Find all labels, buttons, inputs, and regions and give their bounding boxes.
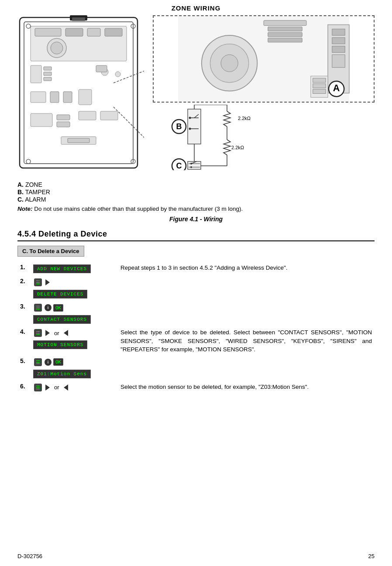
svg-rect-46 [332, 46, 345, 53]
svg-rect-25 [79, 111, 96, 120]
svg-text:☰: ☰ [36, 305, 40, 311]
svg-rect-19 [50, 92, 59, 103]
arrow-left-icon-2 [64, 384, 68, 391]
step-4-num: 4. [17, 326, 31, 356]
arrow-right-icon-3 [45, 384, 50, 391]
info-icon: i [45, 304, 52, 311]
legend: A. ZONE B. TAMPER C. ALARM [17, 181, 375, 203]
step-1-num: 1. [17, 262, 31, 276]
ok-badge: OK [53, 304, 63, 312]
svg-point-59 [189, 128, 191, 130]
step-3-num: 3. [17, 301, 31, 326]
svg-rect-14 [44, 77, 52, 81]
svg-rect-11 [31, 65, 41, 83]
step-2: 2. ☰ DELETE DEVICES [17, 276, 375, 301]
svg-rect-47 [332, 55, 345, 67]
legend-b-label: B. [17, 189, 24, 196]
arrow-right-icon [45, 279, 50, 285]
procedure-box: C. To Delete a Device [17, 246, 84, 257]
step-1: 1. ADD NEW DEVICES Repeat steps 1 to 3 i… [17, 262, 375, 276]
svg-text:2.2kΩ: 2.2kΩ [231, 145, 244, 150]
svg-text:☰: ☰ [36, 360, 40, 365]
svg-rect-8 [105, 28, 122, 36]
svg-text:2.2kΩ: 2.2kΩ [238, 116, 251, 121]
svg-rect-17 [96, 65, 107, 72]
circuit-svg: B 2.2kΩ 2.2kΩ [170, 105, 301, 170]
step-3: 3. ☰ i OK CONTACT SENSORS [17, 301, 375, 326]
legend-a-text: ZONE [25, 181, 42, 188]
scroll-icon-3: ☰ [33, 328, 43, 338]
svg-rect-26 [100, 111, 118, 120]
footer-left: D-302756 [17, 553, 42, 559]
circuit-diagram: B 2.2kΩ 2.2kΩ [170, 105, 323, 172]
info-icon-2: i [45, 359, 52, 366]
legend-b-text: TAMPER [25, 189, 50, 196]
svg-rect-38 [268, 32, 302, 37]
step-6-left: ☰ or [31, 381, 118, 396]
zoom-box: A [153, 15, 375, 103]
step-5-right [118, 356, 375, 381]
arrow-right-icon-2 [45, 330, 50, 336]
svg-point-16 [115, 72, 120, 77]
step-3-left: ☰ i OK CONTACT SENSORS [31, 301, 118, 326]
detail-diagram: A B [148, 15, 375, 177]
svg-rect-50 [313, 84, 326, 88]
step-1-lcd: ADD NEW DEVICES [33, 264, 91, 273]
svg-text:☰: ☰ [36, 330, 40, 336]
step-5-lcd: Z01:Motion Sens [33, 370, 91, 378]
svg-point-58 [189, 117, 191, 119]
step-2-lcd: DELETE DEVICES [33, 290, 87, 298]
step-4-right: Select the type of device to be deleted.… [118, 326, 375, 356]
svg-rect-5 [35, 28, 61, 36]
step-6-right: Select the motion sensor to be deleted, … [118, 381, 375, 396]
section-heading: 4.5.4 Deleting a Device [17, 230, 375, 241]
step-5: 5. ☰ i OK Z01:Motion Sens [17, 356, 375, 381]
page-footer: D-302756 25 [17, 553, 375, 559]
svg-rect-6 [65, 28, 83, 36]
svg-rect-22 [31, 113, 52, 127]
svg-point-42 [221, 55, 238, 72]
step-6: 6. ☰ or Select the motion sensor to be d… [17, 381, 375, 396]
scroll-icon: ☰ [33, 278, 43, 287]
step-1-left: ADD NEW DEVICES [31, 262, 118, 276]
svg-point-78 [190, 166, 192, 168]
scroll-icon-2: ☰ [33, 303, 43, 312]
zoom-svg: A [154, 16, 374, 102]
svg-rect-21 [79, 89, 92, 105]
svg-rect-49 [313, 78, 326, 82]
svg-rect-3 [72, 17, 85, 21]
step-6-num: 6. [17, 381, 31, 396]
step-1-right: Repeat steps 1 to 3 in section 4.5.2 "Ad… [118, 262, 375, 276]
svg-rect-18 [31, 92, 46, 103]
svg-text:B: B [176, 122, 182, 131]
scroll-icon-5: ☰ [33, 383, 43, 392]
note-prefix: Note: [17, 206, 33, 212]
step-2-left: ☰ DELETE DEVICES [31, 276, 118, 301]
svg-rect-13 [44, 72, 52, 75]
svg-rect-36 [264, 21, 306, 26]
scroll-icon-4: ☰ [33, 357, 43, 367]
svg-rect-37 [268, 27, 302, 31]
svg-text:☰: ☰ [36, 385, 40, 391]
svg-rect-12 [44, 67, 52, 70]
step-2-keys: ☰ [33, 278, 115, 287]
svg-text:C: C [176, 161, 182, 170]
step-3-right [118, 301, 375, 326]
step-5-keys: ☰ i OK [33, 357, 115, 367]
arrow-left-icon [64, 330, 68, 336]
step-4-keys: ☰ or [33, 328, 115, 338]
or-text-2: or [54, 384, 59, 391]
panel-diagram [17, 15, 144, 172]
svg-rect-39 [268, 38, 302, 42]
legend-a-label: A. [17, 181, 24, 188]
svg-rect-23 [57, 115, 70, 120]
legend-c-text: ALARM [25, 196, 46, 203]
step-2-right [118, 276, 375, 301]
step-3-lcd: CONTACT SENSORS [33, 315, 91, 324]
svg-point-77 [190, 163, 192, 165]
figure-caption: Figure 4.1 - Wiring [17, 216, 375, 223]
svg-point-31 [26, 159, 31, 164]
or-text-1: or [54, 330, 59, 336]
svg-rect-24 [57, 122, 70, 127]
svg-rect-51 [313, 89, 326, 94]
